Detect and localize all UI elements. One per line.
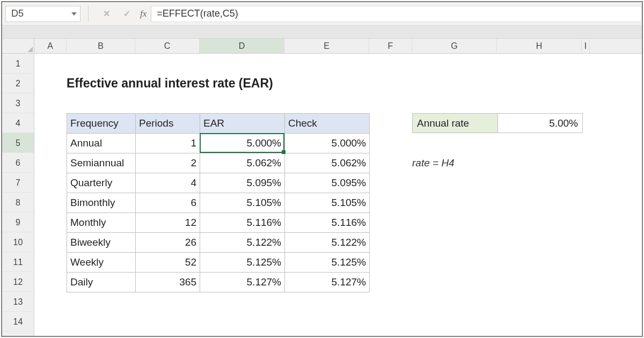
col-header-I[interactable]: I [582, 39, 590, 53]
cell-ear[interactable]: 5.000% [200, 134, 285, 153]
cell-frequency[interactable]: Biweekly [67, 233, 136, 253]
table-row: Daily 365 5.127% 5.127% [67, 273, 370, 292]
col-header-G[interactable]: G [412, 39, 497, 53]
row-header-8[interactable]: 8 [2, 193, 34, 212]
cell-periods[interactable]: 6 [136, 193, 200, 213]
row-header-9[interactable]: 9 [2, 212, 34, 232]
row-header-12[interactable]: 12 [2, 272, 34, 292]
cell-periods[interactable]: 365 [136, 273, 200, 292]
row-header-11[interactable]: 11 [2, 252, 34, 272]
row-header-10[interactable]: 10 [2, 232, 34, 252]
cell-frequency[interactable]: Weekly [67, 253, 136, 273]
cell-periods[interactable]: 4 [136, 173, 200, 193]
cell-periods[interactable]: 52 [136, 253, 200, 273]
table-row: Semiannual 2 5.062% 5.062% [67, 153, 370, 173]
cell-check[interactable]: 5.105% [285, 193, 370, 213]
formula-bar: D5 ✕ ✓ fx =EFFECT(rate,C5) [2, 2, 642, 26]
divider [88, 6, 89, 22]
worksheet: A B C D E F G H I 1 2 3 4 5 6 7 8 9 10 1… [2, 39, 642, 336]
rate-note: rate = H4 [412, 153, 455, 173]
th-periods[interactable]: Periods [136, 114, 200, 134]
col-header-D[interactable]: D [200, 39, 284, 53]
table-row: Annual 1 5.000% 5.000% [67, 134, 370, 153]
cell-frequency[interactable]: Monthly [67, 213, 136, 233]
formula-text: =EFFECT(rate,C5) [157, 8, 238, 19]
cancel-formula-button[interactable]: ✕ [99, 7, 113, 21]
cells-area[interactable]: Effective annual interest rate (EAR) Fre… [34, 54, 642, 336]
col-header-C[interactable]: C [135, 39, 200, 53]
ear-table: Frequency Periods EAR Check Annual 1 5.0… [67, 113, 370, 292]
cell-check[interactable]: 5.125% [285, 253, 370, 273]
col-header-H[interactable]: H [497, 39, 582, 53]
cell-ear[interactable]: 5.127% [200, 273, 285, 292]
cell-check[interactable]: 5.122% [285, 233, 370, 253]
cell-periods[interactable]: 12 [136, 213, 200, 233]
check-icon: ✓ [123, 9, 130, 19]
cell-periods[interactable]: 26 [136, 233, 200, 253]
cell-ear[interactable]: 5.105% [200, 193, 285, 213]
col-header-A[interactable]: A [34, 39, 67, 53]
chevron-down-icon [71, 12, 77, 16]
row-header-13[interactable]: 13 [2, 292, 34, 312]
cell-ear[interactable]: 5.125% [200, 253, 285, 273]
row-header-3[interactable]: 3 [2, 93, 34, 113]
th-check[interactable]: Check [285, 114, 370, 134]
select-all-triangle[interactable] [2, 39, 34, 53]
formula-input[interactable]: =EFFECT(rate,C5) [151, 6, 642, 22]
annual-rate-value[interactable]: 5.00% [497, 114, 582, 133]
cell-check[interactable]: 5.095% [285, 173, 370, 193]
cell-frequency[interactable]: Quarterly [67, 173, 136, 193]
row-header-7[interactable]: 7 [2, 173, 34, 193]
ribbon-gap [2, 26, 642, 39]
annual-rate-label[interactable]: Annual rate [413, 114, 497, 133]
name-box[interactable]: D5 [5, 6, 80, 22]
row-header-2[interactable]: 2 [2, 74, 34, 93]
page-title: Effective annual interest rate (EAR) [67, 74, 273, 93]
table-row: Monthly 12 5.116% 5.116% [67, 213, 370, 233]
enter-formula-button[interactable]: ✓ [120, 7, 134, 21]
table-row: Biweekly 26 5.122% 5.122% [67, 233, 370, 253]
row-header-1[interactable]: 1 [2, 54, 34, 74]
cell-ear[interactable]: 5.116% [200, 213, 285, 233]
col-header-B[interactable]: B [67, 39, 135, 53]
row-header-14[interactable]: 14 [2, 312, 34, 332]
cell-frequency[interactable]: Annual [67, 134, 136, 153]
cell-check[interactable]: 5.062% [285, 153, 370, 173]
fx-icon[interactable]: fx [140, 9, 147, 19]
th-frequency[interactable]: Frequency [67, 114, 136, 134]
col-header-E[interactable]: E [284, 39, 369, 53]
th-ear[interactable]: EAR [200, 114, 285, 134]
cell-frequency[interactable]: Semiannual [67, 153, 136, 173]
cell-ear[interactable]: 5.122% [200, 233, 285, 253]
col-header-F[interactable]: F [369, 39, 412, 53]
table-row: Quarterly 4 5.095% 5.095% [67, 173, 370, 193]
annual-rate-block: Annual rate 5.00% [412, 113, 583, 133]
table-header-row: Frequency Periods EAR Check [67, 114, 370, 134]
cell-frequency[interactable]: Daily [67, 273, 136, 292]
close-icon: ✕ [103, 9, 110, 19]
name-box-value: D5 [11, 8, 24, 19]
row-header-6[interactable]: 6 [2, 153, 34, 173]
row-header-4[interactable]: 4 [2, 113, 34, 133]
cell-ear[interactable]: 5.095% [200, 173, 285, 193]
cell-periods[interactable]: 1 [136, 134, 200, 153]
row-headers: 1 2 3 4 5 6 7 8 9 10 11 12 13 14 [2, 54, 34, 336]
cell-check[interactable]: 5.116% [285, 213, 370, 233]
cell-periods[interactable]: 2 [136, 153, 200, 173]
table-row: Bimonthly 6 5.105% 5.105% [67, 193, 370, 213]
table-row: Weekly 52 5.125% 5.125% [67, 253, 370, 273]
cell-frequency[interactable]: Bimonthly [67, 193, 136, 213]
cell-ear[interactable]: 5.062% [200, 153, 285, 173]
cell-check[interactable]: 5.000% [285, 134, 370, 153]
row-header-5[interactable]: 5 [2, 133, 34, 153]
cell-check[interactable]: 5.127% [285, 273, 370, 292]
column-headers: A B C D E F G H I [2, 39, 642, 54]
